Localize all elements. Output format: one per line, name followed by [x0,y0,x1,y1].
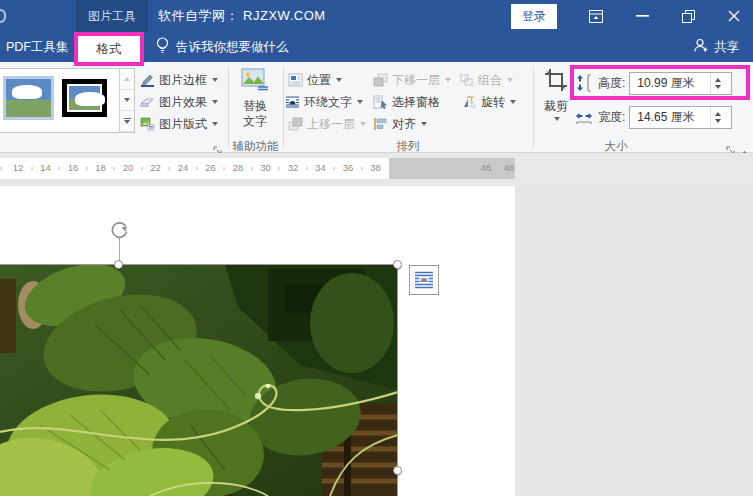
layout-options-button[interactable] [409,265,439,295]
rotate-label: 旋转 [481,94,505,111]
send-backward-label: 下移一层 [392,72,440,89]
shape-height-icon [575,74,595,92]
shape-width-icon [575,108,595,126]
group-objects-icon [459,73,474,87]
dropdown-icon [212,122,218,126]
title-bar: 图片工具 软件自学网： RJZXW.COM 登录 [0,0,753,32]
resize-handle-middle-right[interactable] [393,466,402,475]
send-backward-button: 下移一层 [373,71,451,89]
ruler-number: 30 [260,162,271,173]
height-spinner[interactable] [710,73,725,94]
ruler-number: 48 [504,162,515,173]
dropdown-icon [445,78,451,82]
share-label: 共享 [714,39,739,56]
restore-icon [682,10,695,23]
height-input[interactable] [630,76,710,90]
bring-forward-label: 上移一层 [307,116,355,133]
wrap-text-button[interactable]: 环绕文字 [285,93,363,111]
crop-icon [544,68,568,95]
gallery-more-icon [124,118,131,125]
arrange-group-label: 排列 [283,139,533,154]
share-person-icon [693,38,709,56]
position-button[interactable]: 位置 [288,71,342,89]
dropdown-icon [357,100,363,104]
ruler-ticks [0,167,388,170]
window-title: 软件自学网： RJZXW.COM [158,0,326,32]
crop-button[interactable]: 裁剪 [536,68,576,140]
dropdown-icon [212,100,218,104]
resize-handle-top-center[interactable] [114,260,123,269]
dropdown-icon [507,78,513,82]
group-button: 组合 [459,71,513,89]
bring-forward-button: 上移一层 [288,115,366,133]
selection-pane-label: 选择窗格 [392,94,440,111]
minimize-button[interactable] [627,0,657,32]
bring-forward-icon [288,117,303,131]
close-button[interactable] [719,0,749,32]
ribbon: 图片边框 图片效果 图片版式 替换 文字 辅 [0,62,753,153]
ruler-number: 16 [68,162,79,173]
width-spinner[interactable] [710,107,725,128]
tell-me-label: 告诉我你想要做什么 [176,39,289,56]
tab-format[interactable]: 格式 [78,36,140,62]
ribbon-display-options-button[interactable] [581,0,611,32]
contextual-tab-group-picture-tools: 图片工具 [76,0,148,32]
gallery-scroll-up-button[interactable] [120,69,134,90]
align-label: 对齐 [392,116,416,133]
dropdown-icon [360,122,366,126]
ribbon-display-options-icon [589,10,603,23]
size-group-label: 大小 [536,139,696,154]
ruler-number: 12 [13,162,24,173]
align-icon [373,117,388,131]
ruler-number: 46 [481,162,492,173]
gallery-scroll-down-button[interactable] [120,90,134,111]
picture-border-button[interactable]: 图片边框 [140,71,218,89]
spin-up-icon [715,78,721,82]
ruler-number: 38 [370,162,381,173]
rotate-icon [462,95,477,109]
ruler-number: 18 [95,162,106,173]
tab-pdf-toolset[interactable]: PDF工具集 [0,32,75,62]
tell-me-box[interactable]: 告诉我你想要做什么 [156,32,289,62]
leaves-photo [0,265,398,496]
rotate-button[interactable]: 旋转 [462,93,516,111]
scroll-down-icon [124,98,130,102]
picture-layout-label: 图片版式 [159,116,207,133]
layout-options-icon [414,270,434,290]
dropdown-icon [554,117,560,121]
ruler-margin-area [389,158,515,179]
picture-border-icon [140,73,155,87]
picture-styles-gallery[interactable] [0,68,135,133]
alt-text-button[interactable]: 替换 文字 [231,68,279,140]
horizontal-ruler[interactable]: 12 14 16 18 20 22 24 26 28 30 32 34 36 3… [0,158,753,179]
share-button[interactable]: 共享 [693,32,739,62]
width-input[interactable] [630,110,710,124]
crop-label: 裁剪 [544,99,568,114]
height-input-box [629,72,732,95]
gallery-more-button[interactable] [120,111,134,132]
picture-style-soft-edge[interactable] [6,79,51,117]
ruler-number: 14 [40,162,51,173]
lightbulb-icon [156,37,169,57]
login-button[interactable]: 登录 [511,4,557,29]
align-button[interactable]: 对齐 [373,115,427,133]
ruler-number: 22 [150,162,161,173]
ruler-number: 36 [343,162,354,173]
restore-button[interactable] [673,0,703,32]
scroll-up-icon [124,77,130,81]
picture-border-label: 图片边框 [159,72,207,89]
group-label: 组合 [478,72,502,89]
selected-picture[interactable] [0,265,398,496]
spin-down-icon [715,119,721,123]
picture-effects-label: 图片效果 [159,94,207,111]
ruler-number: 34 [315,162,326,173]
resize-handle-top-right[interactable] [393,260,402,269]
alt-text-label-line2: 文字 [243,114,267,128]
ruler-number: 32 [288,162,299,173]
picture-effects-button[interactable]: 图片效果 [140,93,218,111]
picture-layout-button[interactable]: 图片版式 [140,115,218,133]
picture-style-simple-frame[interactable] [62,79,107,117]
dropdown-icon [336,78,342,82]
alt-text-label-line1: 替换 [243,99,267,113]
selection-pane-button[interactable]: 选择窗格 [373,93,440,111]
